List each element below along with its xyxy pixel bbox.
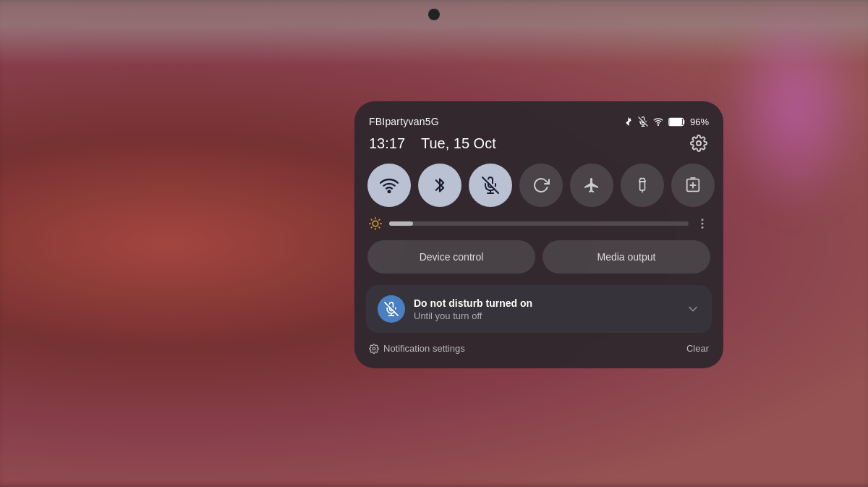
svg-point-7 [697,141,701,145]
svg-line-21 [371,219,372,220]
brightness-row [366,217,712,240]
battery-saver-toggle[interactable] [671,164,715,207]
dnd-title: Do not disturb turned on [414,297,677,309]
wifi-toggle[interactable] [367,164,411,207]
brightness-fill [389,221,413,226]
wifi-status-icon [652,117,664,127]
rotation-toggle[interactable] [519,164,563,207]
quick-toggles-row [366,164,712,217]
dnd-text-container: Do not disturb turned on Until you turn … [414,297,677,321]
svg-rect-5 [670,119,681,124]
svg-line-26 [379,219,380,220]
time-display: 13:17 [369,135,405,151]
mute-toggle[interactable] [469,164,512,207]
svg-point-33 [373,347,375,350]
bluetooth-toggle[interactable] [418,164,461,207]
battery-percentage: 96% [690,117,709,127]
quick-settings-panel: FBIpartyvan5G [354,101,723,368]
notification-settings-row: Notification settings Clear [366,343,712,354]
more-options-icon[interactable] [696,217,709,230]
network-name: FBIpartyvan5G [369,116,439,127]
dnd-subtitle: Until you turn off [414,310,677,321]
dnd-expand-icon[interactable] [686,302,700,316]
svg-line-22 [379,227,380,228]
brightness-icon [369,217,382,230]
bluetooth-status-icon [624,117,634,127]
status-bar: FBIpartyvan5G [366,113,712,133]
svg-point-8 [388,190,391,192]
notification-settings-label: Notification settings [383,343,465,354]
svg-line-25 [371,227,372,228]
device-control-button[interactable]: Device control [367,240,535,274]
media-output-button[interactable]: Media output [542,240,710,274]
svg-point-28 [702,223,704,225]
settings-gear-button[interactable] [689,133,709,153]
camera-notch [428,9,440,20]
battery-status-icon [668,117,686,127]
airplane-toggle[interactable] [570,164,613,207]
datetime-row: 13:17 Tue, 15 Oct [366,133,712,164]
svg-point-27 [702,219,704,221]
notification-settings-link[interactable]: Notification settings [369,343,465,354]
svg-point-18 [373,221,378,226]
brightness-slider[interactable] [389,221,689,226]
date-display: Tue, 15 Oct [421,135,496,151]
volume-status-icon [638,117,648,127]
svg-point-3 [658,124,658,125]
bokeh-blob [723,0,868,217]
svg-rect-12 [640,182,645,190]
dnd-notification[interactable]: Do not disturb turned on Until you turn … [366,285,712,333]
status-icons: 96% [624,117,709,127]
clear-button[interactable]: Clear [686,343,709,354]
datetime-display: 13:17 Tue, 15 Oct [369,135,496,152]
dnd-icon [378,295,405,323]
svg-point-29 [702,226,704,229]
flashlight-toggle[interactable] [621,164,664,207]
action-buttons-row: Device control Media output [366,240,712,285]
